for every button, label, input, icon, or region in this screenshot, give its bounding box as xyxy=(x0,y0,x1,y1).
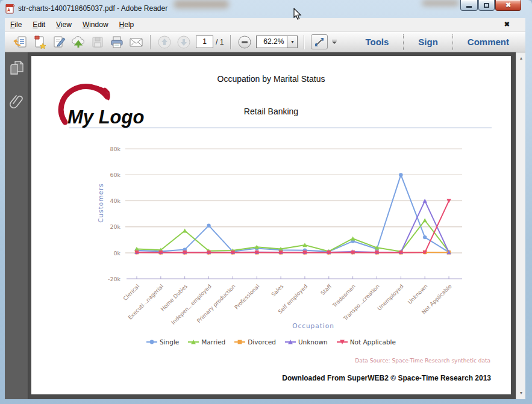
legend-label: Not Applicable xyxy=(350,338,396,346)
sign-panel-button[interactable]: Sign xyxy=(408,37,448,47)
header-divider xyxy=(69,128,492,128)
tools-panel-button[interactable]: Tools xyxy=(355,37,399,47)
vertical-scrollbar[interactable]: ▲ ▼ xyxy=(516,52,525,399)
menu-file[interactable]: File xyxy=(5,19,27,31)
open-file-icon xyxy=(13,36,28,49)
menubar-close-icon[interactable]: ✖ xyxy=(504,20,510,28)
svg-text:A: A xyxy=(7,8,10,12)
svg-text:80k: 80k xyxy=(110,146,120,152)
pdf-file-icon: A xyxy=(5,4,15,14)
menu-bar: FileEditViewWindowHelp ✖ xyxy=(5,18,525,32)
svg-text:40k: 40k xyxy=(110,197,120,204)
document-pane: Occupation by Marital Status My Logo Ret… xyxy=(5,52,525,399)
email-button[interactable] xyxy=(127,34,145,51)
fit-page-icon xyxy=(314,37,325,48)
chevron-down-icon: ▼ xyxy=(290,40,295,44)
print-icon xyxy=(110,36,124,49)
svg-text:Indepen...employed: Indepen...employed xyxy=(170,283,213,326)
svg-text:Staff: Staff xyxy=(319,283,333,296)
previous-page-button[interactable] xyxy=(155,34,174,51)
sign-document-button[interactable] xyxy=(50,34,68,51)
navigation-sidebar xyxy=(5,52,28,399)
previous-page-icon xyxy=(157,35,172,49)
legend-item: Single xyxy=(146,338,179,346)
window-title: str-charts-1400718605037.pdf - Adobe Rea… xyxy=(18,4,167,13)
email-icon xyxy=(129,36,143,49)
sign-document-icon xyxy=(52,36,66,49)
legend-marker-icon xyxy=(146,339,157,345)
menu-window[interactable]: Window xyxy=(77,19,114,31)
zoom-out-button[interactable] xyxy=(236,34,254,51)
attachments-icon xyxy=(9,93,25,111)
page-thumbnails-icon xyxy=(10,61,24,76)
menu-help[interactable]: Help xyxy=(114,19,140,31)
legend-marker-icon xyxy=(285,339,296,345)
legend-marker-icon xyxy=(337,339,348,345)
main-toolbar: 1 / 1 62.2% ▼ xyxy=(5,32,525,52)
next-page-icon xyxy=(177,35,191,49)
legend-item: Married xyxy=(188,338,225,346)
svg-text:Sales: Sales xyxy=(270,283,284,297)
fit-page-button[interactable] xyxy=(311,34,328,49)
toolbar-more-button[interactable] xyxy=(330,35,339,49)
titlebar-reflection xyxy=(174,0,229,8)
print-button[interactable] xyxy=(108,34,126,51)
svg-text:Clerical: Clerical xyxy=(122,283,141,302)
titlebar-reflection xyxy=(422,0,459,6)
legend-item: Not Applicable xyxy=(337,338,396,346)
zoom-dropdown-button[interactable]: ▼ xyxy=(287,36,298,48)
report-subtitle: Retail Banking xyxy=(31,107,511,116)
svg-text:0k: 0k xyxy=(113,250,120,256)
save-icon xyxy=(91,36,104,49)
menu-edit[interactable]: Edit xyxy=(27,19,51,31)
scroll-down-icon[interactable]: ▼ xyxy=(516,388,526,398)
scroll-up-icon[interactable]: ▲ xyxy=(516,54,526,63)
legend-item: Divorced xyxy=(234,338,276,346)
chevron-down-icon xyxy=(332,42,337,44)
legend-label: Single xyxy=(160,338,179,346)
svg-text:Unknown: Unknown xyxy=(407,283,429,305)
minimize-button[interactable] xyxy=(460,0,478,11)
close-button[interactable]: ✖ xyxy=(495,0,521,11)
close-icon: ✖ xyxy=(505,1,511,9)
page-thumbnails-button[interactable] xyxy=(5,58,28,79)
cloud-upload-icon xyxy=(71,36,86,49)
legend-item: Unknown xyxy=(285,338,328,346)
open-file-button[interactable] xyxy=(11,34,30,51)
legend-marker-icon xyxy=(234,339,245,345)
attachments-button[interactable] xyxy=(5,92,28,113)
create-pdf-icon xyxy=(33,36,47,49)
maximize-button[interactable] xyxy=(478,0,495,11)
adobe-reader-window: A str-charts-1400718605037.pdf - Adobe R… xyxy=(0,0,532,404)
create-pdf-button[interactable] xyxy=(31,34,49,51)
svg-text:60k: 60k xyxy=(110,172,120,178)
my-logo: My Logo xyxy=(52,80,172,131)
svg-text:-20k: -20k xyxy=(108,276,121,282)
legend-label: Unknown xyxy=(298,338,328,346)
svg-text:Tradesmen: Tradesmen xyxy=(331,283,357,309)
legend-label: Married xyxy=(201,338,225,346)
chart-legend: SingleMarriedDivorcedUnknownNot Applicab… xyxy=(31,338,511,346)
pdf-page: Occupation by Marital Status My Logo Ret… xyxy=(31,56,511,394)
download-footer: Downloaded From SuperWEB2 © Space-Time R… xyxy=(282,374,491,382)
svg-text:20k: 20k xyxy=(110,223,120,230)
menu-view[interactable]: View xyxy=(51,19,77,31)
zoom-out-icon xyxy=(237,35,252,49)
svg-text:Occupation: Occupation xyxy=(292,322,334,329)
zoom-level-input[interactable]: 62.2% xyxy=(256,36,287,48)
svg-text:Professional: Professional xyxy=(233,283,260,310)
data-source-note: Data Source: Space-Time Research synthet… xyxy=(355,358,490,364)
line-chart: 80k60k40k20k0k-20kClericalExecuti...nage… xyxy=(92,140,477,339)
save-button[interactable] xyxy=(89,34,107,51)
next-page-button[interactable] xyxy=(175,34,193,51)
comment-panel-button[interactable]: Comment xyxy=(457,37,519,47)
window-titlebar[interactable]: A str-charts-1400718605037.pdf - Adobe R… xyxy=(0,0,532,18)
svg-text:Customers: Customers xyxy=(97,183,104,222)
cloud-upload-button[interactable] xyxy=(69,34,87,51)
page-number-input[interactable]: 1 xyxy=(196,36,213,48)
legend-label: Divorced xyxy=(248,338,276,346)
legend-marker-icon xyxy=(188,339,199,345)
page-total-label: / 1 xyxy=(216,38,224,46)
